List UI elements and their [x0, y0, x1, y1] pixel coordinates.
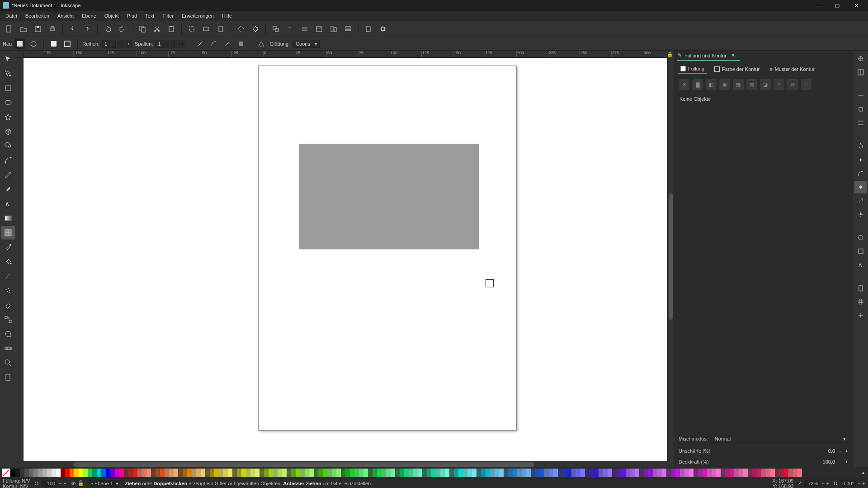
mesh-type-square-button[interactable] — [14, 38, 25, 49]
layers-button[interactable] — [298, 23, 311, 35]
palette-swatch[interactable] — [725, 469, 730, 477]
tool-tweak[interactable] — [1, 269, 15, 283]
paint-heart-button[interactable]: ♡ — [801, 79, 811, 90]
palette-swatch[interactable] — [431, 469, 436, 477]
palette-swatch[interactable] — [305, 469, 309, 477]
palette-swatch[interactable] — [183, 469, 187, 477]
palette-swatch[interactable] — [377, 469, 382, 477]
new-doc-button[interactable] — [3, 23, 15, 35]
palette-swatch[interactable] — [467, 469, 472, 477]
palette-swatch[interactable] — [422, 469, 427, 477]
palette-swatch[interactable] — [314, 469, 318, 477]
export-button[interactable] — [81, 23, 94, 35]
copy-button[interactable] — [136, 23, 149, 35]
menu-text[interactable]: Text — [142, 12, 158, 19]
save-button[interactable] — [32, 23, 44, 35]
status-rotation-value[interactable]: 0,00° — [840, 480, 856, 487]
palette-swatch[interactable] — [273, 469, 278, 477]
palette-swatch[interactable] — [730, 469, 734, 477]
palette-swatch[interactable] — [449, 469, 454, 477]
palette-swatch[interactable] — [445, 469, 449, 477]
palette-swatch[interactable] — [621, 469, 626, 477]
palette-swatch[interactable] — [775, 469, 779, 477]
palette-swatch[interactable] — [752, 469, 757, 477]
zoom-plus[interactable]: + — [826, 481, 829, 486]
palette-swatch[interactable] — [508, 469, 513, 477]
palette-swatch[interactable] — [558, 469, 562, 477]
menu-filter[interactable]: Filter — [159, 12, 177, 19]
palette-swatch[interactable] — [458, 469, 463, 477]
palette-swatch[interactable] — [499, 469, 504, 477]
palette-swatch[interactable] — [282, 469, 287, 477]
strip-snap1-button[interactable] — [854, 89, 867, 102]
paint-unknown-button[interactable]: ? — [774, 79, 784, 90]
ruler-lock-icon[interactable]: 🔒 — [666, 51, 674, 58]
palette-swatch[interactable] — [291, 469, 296, 477]
palette-swatch[interactable] — [146, 469, 151, 477]
tool-measure[interactable] — [1, 342, 15, 355]
tool-mesh[interactable] — [1, 226, 15, 239]
rows-minus[interactable]: − — [117, 40, 124, 48]
palette-none-swatch[interactable] — [2, 469, 10, 477]
paint-pattern-button[interactable]: ▤ — [746, 79, 757, 90]
tool-text[interactable]: A — [1, 197, 15, 211]
mesh-stroke-button[interactable] — [62, 38, 73, 49]
rotation-plus[interactable]: + — [863, 481, 865, 486]
undo-button[interactable] — [101, 23, 114, 35]
menu-erweiterungen[interactable]: Erweiterungen — [178, 12, 217, 19]
palette-swatch[interactable] — [675, 469, 680, 477]
palette-swatch[interactable] — [115, 469, 119, 477]
opacity-minus[interactable]: − — [839, 459, 841, 465]
palette-swatch[interactable] — [137, 469, 142, 477]
layer-dropdown[interactable]: • Ebene 1 — [89, 480, 120, 487]
strip-node-snap-button[interactable] — [854, 181, 867, 193]
palette-swatch[interactable] — [770, 469, 775, 477]
palette-swatch[interactable] — [33, 469, 38, 477]
open-doc-button[interactable] — [17, 23, 30, 35]
palette-swatch[interactable] — [517, 469, 522, 477]
palette-swatch[interactable] — [24, 469, 29, 477]
palette-swatch[interactable] — [684, 469, 689, 477]
status-stroke-value[interactable]: N/V — [20, 483, 28, 488]
tool-spray[interactable] — [1, 284, 15, 297]
palette-swatch[interactable] — [571, 469, 576, 477]
palette-swatch[interactable] — [436, 469, 440, 477]
panel-tab-title[interactable]: Füllung und Kontur — [684, 53, 726, 58]
palette-swatch[interactable] — [174, 469, 178, 477]
palette-swatch[interactable] — [232, 469, 237, 477]
tool-3dbox[interactable] — [1, 125, 15, 138]
paint-none-button[interactable]: ✕ — [679, 79, 689, 90]
palette-swatch[interactable] — [345, 469, 350, 477]
strip-guide-button[interactable] — [854, 309, 867, 322]
tool-dropper[interactable] — [1, 240, 15, 254]
palette-swatch[interactable] — [418, 469, 422, 477]
palette-swatch[interactable] — [106, 469, 110, 477]
blend-mode-dropdown[interactable]: Normal — [712, 435, 848, 443]
palette-swatch[interactable] — [689, 469, 693, 477]
edit-line-button[interactable] — [195, 38, 206, 49]
cols-plus[interactable]: + — [178, 40, 185, 48]
palette-swatch[interactable] — [354, 469, 359, 477]
tool-rectangle[interactable] — [1, 81, 15, 95]
opacity-plus[interactable]: + — [845, 459, 848, 465]
palette-swatch[interactable] — [490, 469, 495, 477]
status-fill-value[interactable]: N/V — [22, 478, 30, 483]
palette-swatch[interactable] — [391, 469, 395, 477]
paint-flat-button[interactable]: ▇ — [692, 79, 703, 90]
palette-swatch[interactable] — [205, 469, 210, 477]
palette-swatch[interactable] — [42, 469, 47, 477]
palette-swatch[interactable] — [526, 469, 531, 477]
palette-swatch[interactable] — [639, 469, 644, 477]
zoom-page-button[interactable] — [214, 23, 227, 35]
palette-swatch[interactable] — [580, 469, 585, 477]
mesh-fill-button[interactable] — [48, 38, 59, 49]
tool-ellipse[interactable] — [1, 96, 15, 109]
palette-swatch[interactable] — [712, 469, 716, 477]
palette-swatch[interactable] — [382, 469, 386, 477]
palette-swatch[interactable] — [644, 469, 648, 477]
palette-swatch[interactable] — [219, 469, 223, 477]
palette-swatch[interactable] — [250, 469, 255, 477]
palette-swatch[interactable] — [748, 469, 752, 477]
palette-swatch[interactable] — [553, 469, 558, 477]
palette-swatch[interactable] — [296, 469, 300, 477]
